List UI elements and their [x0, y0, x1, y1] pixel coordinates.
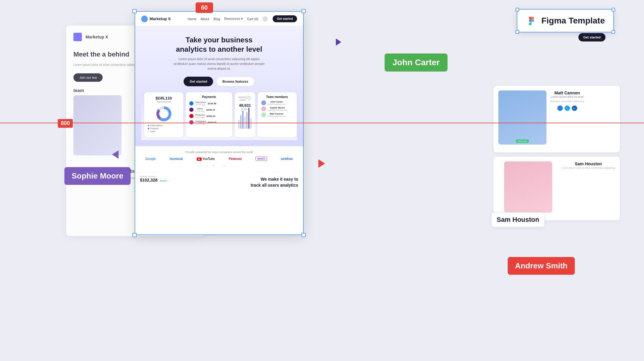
analytics-preview: Monthly revenue $102,328 36.8% ↑ We make… [135, 172, 303, 191]
figma-template-badge: Figma Template [517, 9, 614, 32]
frame-handle-tr[interactable] [302, 9, 306, 13]
team-avatar-john [261, 100, 266, 105]
analytics-value: $102,328 [140, 178, 157, 182]
hero-get-started-btn[interactable]: Get started [184, 77, 213, 86]
chart-value: 48,631 [238, 103, 252, 108]
hero-browse-features-btn[interactable]: Browse features [216, 77, 255, 86]
logo-google: Google [145, 157, 156, 161]
matt-cannon-card: all in one Matt Cannon Lorem ipsum dolor… [494, 86, 620, 152]
payments-title: Payments [189, 95, 229, 99]
figma-handle-tr[interactable] [611, 8, 615, 11]
payment-row-slack: Slack5 min ago $238.34 [189, 107, 229, 112]
bar-1 [238, 120, 240, 129]
analytics-label: Monthly revenue [140, 176, 169, 178]
chart-date: Jan–2021 ▾ [247, 95, 252, 102]
logo-twitch: twitch [255, 157, 267, 161]
team-members-card: Team members John Carterjohn@marketup.co… [258, 92, 297, 137]
matt-facebook-btn[interactable]: f [557, 106, 563, 111]
company-logos-section: Proudly supported by many companies arou… [135, 146, 303, 172]
chart-label: Monthly views [238, 96, 247, 101]
bar-2 [240, 115, 242, 129]
analytics-change: 36.8% ↑ [160, 179, 169, 182]
figma-handle-br[interactable] [611, 30, 615, 34]
left-panel-logo-icon [73, 33, 82, 41]
right-team-panel: all in one Matt Cannon Lorem ipsum dolor… [494, 86, 620, 220]
nav-avatar[interactable] [262, 16, 268, 22]
matt-twitter-btn[interactable]: t [565, 106, 570, 111]
andrew-smith-label: Andrew Smith [508, 257, 575, 275]
ruler-label-800: 800 [58, 119, 73, 128]
matt-cannon-name: Matt Cannon [550, 90, 584, 95]
main-frame-logo-text: Marketup X [150, 17, 171, 21]
nav-home[interactable]: Home [187, 17, 196, 21]
sam-houston-img [504, 161, 552, 213]
bar-7 [250, 118, 252, 129]
logo-facebook: facebook [170, 157, 183, 161]
team-title: Team members [261, 95, 293, 99]
payment-icon-slack [189, 108, 194, 112]
frame-handle-tl[interactable] [132, 9, 137, 13]
nav-get-started-btn[interactable]: Get started [273, 15, 297, 22]
nav-blog[interactable]: Blog [213, 17, 220, 21]
ruler-badge-top: 60 [196, 2, 213, 13]
frame-handle-bl[interactable] [132, 233, 137, 237]
main-frame-hero: Take your business analytics to another … [135, 26, 303, 146]
nav-resources[interactable]: Resources ▾ [224, 17, 243, 21]
matt-cannon-social: f t in [550, 106, 584, 111]
bar-6 [248, 108, 249, 129]
figma-handle-tl[interactable] [516, 8, 519, 11]
hero-subtitle: Lorem ipsum dolor sit amet consectetur a… [171, 57, 267, 71]
chart-change: 32.9% ↑ [238, 108, 252, 110]
logo-pinterest: Pinterest [229, 157, 242, 161]
payment-row-pinterest: Pinterest5 min ago $498.20 [189, 114, 229, 118]
revenue-donut-chart [156, 106, 172, 122]
sam-houston-name: Sam Houston [562, 161, 615, 166]
bar-3 [242, 111, 243, 129]
cursor-top-right-arrow [336, 38, 341, 46]
top-right-get-started-btn[interactable]: Get started [578, 33, 605, 41]
analytics-big-title: We make it easy to [251, 176, 298, 182]
figma-template-title: Figma Template [541, 16, 605, 26]
team-avatar-matt [261, 112, 266, 117]
chart-bars [238, 112, 252, 129]
analytics-big-title-2: track all users analytics [251, 182, 298, 188]
cursor-right-arrow [318, 159, 325, 168]
matt-linkedin-btn[interactable]: in [572, 106, 577, 111]
monthly-views-chart-card: Monthly views Jan–2021 ▾ 48,631 32.9% ↑ [235, 92, 255, 137]
main-frame-logo: Marketup X [141, 16, 171, 22]
left-panel-team-img-1 [73, 95, 122, 155]
sam-houston-card: Sam Houston Lorem ipsum dolor sit amet c… [494, 157, 620, 220]
revenue-card: $245,110 Total revenue Subscriptions Pro… [144, 92, 183, 137]
sam-houston-label: Sam Houston [491, 212, 545, 227]
main-frame-navbar: Marketup X Home About Blog Resources ▾ C… [135, 12, 303, 26]
hero-buttons: Get started Browse features [141, 77, 297, 86]
logos-next-arrow[interactable]: → [222, 163, 226, 168]
payment-row-facebook: Facebook2 min ago $126.88 [189, 101, 229, 106]
nav-cart[interactable]: Cart (0) [247, 17, 258, 21]
team-row-sophie: Sophie Mooresophie@marketup.com [261, 106, 293, 111]
ruler-line-horizontal [0, 123, 644, 123]
frame-handle-br[interactable] [302, 233, 306, 237]
team-row-john: John Carterjohn@marketup.com [261, 100, 293, 105]
main-frame-nav: Home About Blog Resources ▾ Cart (0) [187, 16, 268, 22]
team-row-matt: Matt Cannonmatt@marketup.com [261, 112, 293, 117]
payment-icon-pinterest [189, 114, 194, 118]
john-carter-label: John Carter [385, 54, 447, 72]
payments-card: Payments Facebook2 min ago $126.88 Slack… [186, 92, 232, 137]
logos-navigation: ← → [140, 163, 298, 168]
figma-icon [526, 15, 537, 26]
logo-youtube: ▶ YouTube [197, 157, 215, 161]
left-panel-join-btn[interactable]: Join our tea [73, 73, 103, 82]
logos-prev-arrow[interactable]: ← [212, 163, 216, 168]
left-panel-logo-text: Marketup X [85, 35, 108, 39]
sam-houston-label-text: Sam Houston [497, 216, 539, 224]
figma-handle-bl[interactable] [516, 30, 519, 34]
revenue-label: Total revenue [148, 100, 180, 103]
cursor-left-arrow [112, 150, 119, 159]
sam-houston-text: Lorem ipsum dolor sit amet consectetur a… [562, 166, 615, 170]
main-frame-logo-icon [141, 16, 148, 22]
nav-about[interactable]: About [201, 17, 209, 21]
logos-row: Google facebook ▶ YouTube Pinterest twit… [140, 157, 298, 161]
matt-cannon-text: deleriseti consectetur adipiscing [550, 99, 584, 103]
bar-5 [246, 112, 248, 129]
